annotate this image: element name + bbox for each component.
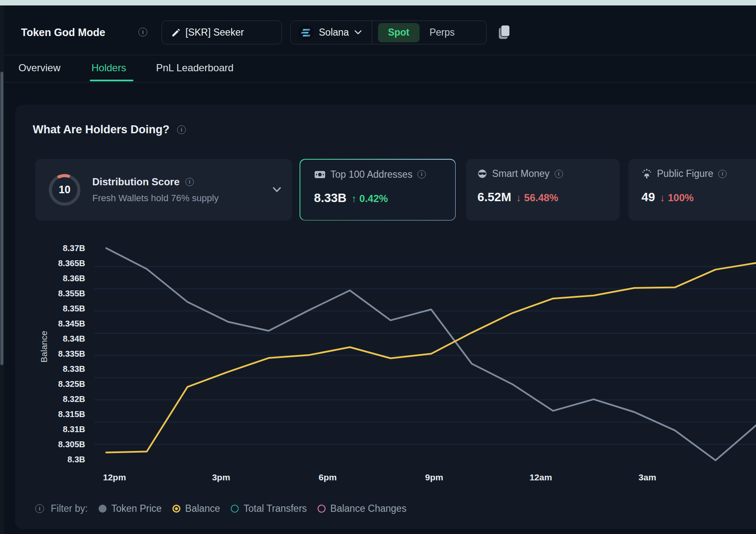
balance-radio-icon (172, 505, 180, 513)
banknote-icon (314, 170, 326, 179)
network-name: Solana (319, 27, 349, 38)
page-title-info-icon[interactable] (138, 28, 147, 36)
legend-item-balance[interactable]: Balance (172, 503, 220, 514)
active-tab-underline (90, 80, 133, 81)
top-100-addresses-card[interactable]: Top 100 Addresses 8.33B 0.42% (300, 159, 456, 220)
legend-item-token-price[interactable]: Token Price (99, 503, 162, 514)
tab-pnl-leaderboard[interactable]: PnL Leaderboard (156, 62, 234, 74)
section-title: What Are Holders Doing? (33, 123, 169, 136)
balance-changes-swatch-icon (318, 505, 326, 513)
public-figure-info-icon[interactable] (718, 170, 727, 178)
legend-label: Balance Changes (330, 503, 407, 514)
pencil-icon (171, 28, 180, 37)
legend-label: Token Price (111, 503, 162, 514)
top-100-addresses-change: 0.42% (352, 193, 388, 205)
chart-filter-row: Filter by: Token Price Balance Total Tra… (35, 501, 407, 516)
sunglasses-face-icon (477, 169, 487, 179)
perps-tab[interactable]: Perps (430, 27, 459, 38)
header-divider (4, 55, 756, 55)
public-figure-change: 100% (660, 192, 693, 204)
smart-money-info-icon[interactable] (555, 170, 563, 178)
network-dropdown[interactable]: Solana (291, 21, 372, 44)
smart-money-change: 56.48% (516, 192, 558, 204)
public-figure-card[interactable]: Public Figure 49 100% (628, 159, 756, 220)
market-type-switch: Spot Perps (372, 21, 465, 44)
smart-money-card[interactable]: Smart Money 6.52M 56.48% (466, 159, 620, 220)
public-figure-value: 49 (641, 190, 655, 204)
distribution-score-value: 10 (47, 172, 82, 207)
distribution-score-gauge: 10 (47, 172, 82, 207)
distribution-score-card[interactable]: 10 Distribution Score Fresh Wallets hold… (35, 159, 292, 220)
spot-tab[interactable]: Spot (378, 23, 420, 42)
tabs-divider (4, 82, 756, 83)
section-info-icon[interactable] (177, 125, 186, 134)
left-scrollbar-track[interactable] (0, 5, 4, 534)
header: Token God Mode [SKR] Seeker Solana Spot … (4, 5, 756, 55)
top-100-addresses-label: Top 100 Addresses (331, 169, 413, 180)
page-title: Token God Mode (21, 21, 105, 44)
legend-label: Balance (185, 503, 220, 514)
legend-label: Total Transfers (243, 503, 307, 514)
chevron-down-icon[interactable] (273, 187, 281, 192)
distribution-score-subtitle: Fresh Wallets hold 76% supply (92, 193, 263, 204)
smart-money-label: Smart Money (492, 168, 550, 179)
chevron-down-icon (355, 30, 362, 35)
filter-info-icon[interactable] (35, 504, 44, 513)
token-selector-label: [SKR] Seeker (185, 27, 244, 38)
browser-top-strip (0, 0, 756, 5)
top-100-addresses-info-icon[interactable] (417, 170, 426, 179)
copy-icon (498, 24, 512, 40)
total-transfers-swatch-icon (231, 505, 239, 513)
tab-overview[interactable]: Overview (18, 62, 60, 74)
token-selector-button[interactable]: [SKR] Seeker (162, 21, 282, 44)
smart-money-value: 6.52M (477, 190, 511, 204)
network-market-pill: Solana Spot Perps (290, 21, 487, 44)
filter-by-label: Filter by: (51, 503, 88, 514)
left-scrollbar-thumb[interactable] (0, 72, 3, 365)
top-100-addresses-value: 8.33B (314, 191, 347, 205)
solana-logo-icon (298, 25, 313, 40)
legend-item-total-transfers[interactable]: Total Transfers (231, 503, 307, 514)
legend-item-balance-changes[interactable]: Balance Changes (318, 503, 407, 514)
token-price-swatch-icon (99, 505, 107, 513)
public-figure-icon (641, 168, 652, 179)
holders-panel: What Are Holders Doing? 10 Distribution … (15, 105, 756, 529)
public-figure-label: Public Figure (657, 168, 713, 179)
distribution-score-title: Distribution Score (92, 176, 180, 188)
distribution-score-info-icon[interactable] (185, 178, 194, 186)
copy-button[interactable] (498, 24, 514, 41)
tab-holders[interactable]: Holders (91, 62, 126, 74)
